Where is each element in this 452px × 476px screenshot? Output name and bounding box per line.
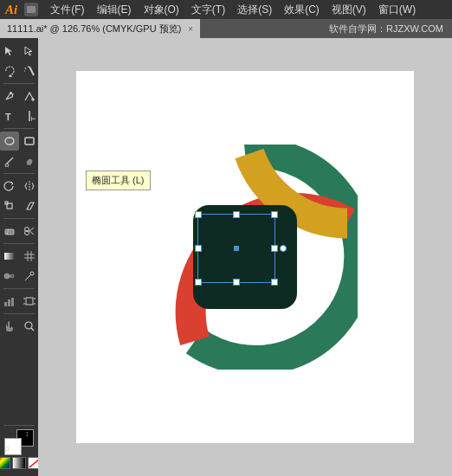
donut-chart [132,145,358,370]
gradient-tool[interactable] [0,247,19,266]
handle-top-right[interactable] [271,211,278,218]
svg-line-23 [29,231,34,235]
add-anchor-tool[interactable] [20,87,39,106]
menu-item-选择(S)[interactable]: 选择(S) [232,1,277,19]
handle-bottom-right[interactable] [271,279,278,286]
svg-point-12 [5,138,14,145]
rotate-tool[interactable] [0,177,19,196]
divider-4 [3,218,35,219]
selection-tool[interactable] [0,42,19,61]
graph-tool[interactable] [0,292,19,311]
mesh-tool[interactable] [20,247,39,266]
svg-rect-37 [4,302,7,306]
shear-tool[interactable] [20,196,39,215]
type-tools: T T [0,106,39,125]
scissors-tool[interactable] [20,222,39,241]
main-layout: T T [0,38,452,476]
canvas-white [76,71,414,443]
svg-line-4 [28,66,29,68]
svg-rect-26 [4,253,15,260]
svg-rect-20 [5,229,14,235]
canvas-area: 椭圆工具 (L) [38,38,452,476]
blend-tool[interactable] [0,267,19,286]
divider-1 [3,83,35,84]
svg-point-45 [25,322,32,329]
tab-close-button[interactable]: × [188,24,193,34]
active-tab[interactable]: 11111.ai* @ 126.76% (CMYK/GPU 预览) × [0,19,200,38]
svg-line-22 [29,228,34,231]
color-mode-btn[interactable] [0,457,10,469]
eyedropper-tool[interactable] [20,267,39,286]
svg-rect-0 [27,6,36,13]
tab-right-info: 软件自学网：RJZXW.COM [329,23,452,35]
handle-top-left[interactable] [195,211,202,218]
svg-line-36 [25,279,27,280]
none-icon[interactable]: □ [4,445,15,455]
handle-bottom-left[interactable] [195,279,202,286]
svg-point-31 [4,273,10,279]
title-bar: Ai 文件(F)编辑(E)对象(O)文字(T)选择(S)效果(C)视图(V)窗口… [0,0,452,19]
svg-rect-38 [8,299,10,306]
divider-6 [3,288,35,289]
svg-text:T: T [29,116,36,121]
menu-item-效果(C)[interactable]: 效果(C) [279,1,325,19]
nav-tools [0,317,39,336]
svg-point-1 [10,75,11,77]
zoom-tool[interactable] [20,317,39,336]
graph-tools [0,292,39,311]
shape-tools [0,132,39,151]
menu-item-对象(O)[interactable]: 对象(O) [139,1,184,19]
tab-bar: 11111.ai* @ 126.76% (CMYK/GPU 预览) × 软件自学… [0,19,452,38]
eraser-tool[interactable] [0,222,19,241]
ellipse-tool[interactable] [0,132,19,151]
lasso-tools [0,61,39,80]
hand-tool[interactable] [0,317,19,336]
handle-top-center[interactable] [233,211,240,218]
pen-tool[interactable] [0,87,19,106]
divider-8 [3,425,35,426]
artboard-tool[interactable] [20,292,39,311]
divider-7 [3,313,35,314]
svg-point-6 [10,92,12,94]
svg-text:T: T [5,112,11,122]
scale-tool[interactable] [0,196,19,215]
center-point[interactable] [234,246,239,251]
paintbrush-tool[interactable] [0,151,19,170]
direct-selection-tool[interactable] [20,42,39,61]
svg-marker-19 [27,203,34,209]
selection-overlay [197,214,275,283]
app-logo: Ai [5,3,17,16]
lasso-tool[interactable] [0,61,19,80]
magic-wand-tool[interactable] [20,61,39,80]
menu-item-窗口(W)[interactable]: 窗口(W) [373,1,421,19]
reflect-tool[interactable] [20,177,39,196]
swap-icon[interactable]: ↕ [25,429,34,438]
handle-middle-left[interactable] [195,245,202,252]
gradient-tools [0,247,39,266]
transform-tools [0,177,39,196]
svg-point-35 [30,272,34,275]
scale-tools [0,196,39,215]
right-anchor-point[interactable] [280,245,287,252]
handle-middle-right[interactable] [271,245,278,252]
pen-tools [0,87,39,106]
svg-point-32 [10,274,14,278]
type-tool[interactable]: T [0,106,19,125]
rect-tool[interactable] [20,132,39,151]
selection-tools [0,42,39,61]
svg-rect-39 [11,298,14,306]
gradient-mode-btn[interactable] [12,457,26,469]
menu-item-文件(F)[interactable]: 文件(F) [45,1,89,19]
menu-item-文字(T)[interactable]: 文字(T) [186,1,230,19]
menu-item-视图(V)[interactable]: 视图(V) [326,1,371,19]
menu-item-编辑(E)[interactable]: 编辑(E) [92,1,137,19]
svg-line-3 [25,68,26,69]
divider-2 [3,128,35,129]
blob-brush-tool[interactable] [20,151,39,170]
color-swatches[interactable]: ↕ □ [4,429,34,455]
handle-bottom-center[interactable] [233,279,240,286]
svg-line-2 [29,67,34,75]
menu-bar: 文件(F)编辑(E)对象(O)文字(T)选择(S)效果(C)视图(V)窗口(W) [45,1,447,19]
vertical-type-tool[interactable]: T [20,106,39,125]
svg-line-46 [31,328,34,331]
